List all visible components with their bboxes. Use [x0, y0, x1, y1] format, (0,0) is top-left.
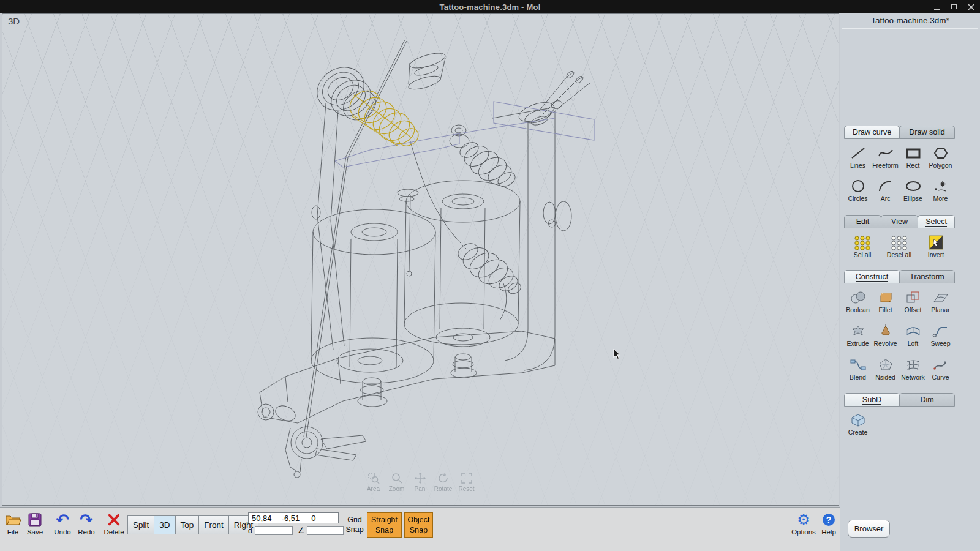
subd-tabs: SubD Dim: [844, 393, 954, 407]
tool-blend[interactable]: Blend: [844, 356, 872, 381]
redo-icon: ↷: [80, 511, 93, 528]
document-title: Tattoo-machine.3dm*: [840, 16, 980, 25]
help-button[interactable]: ? Help: [818, 511, 839, 536]
help-icon: ?: [823, 511, 835, 528]
network-icon: [905, 356, 922, 373]
rect-icon: [905, 144, 922, 162]
tool-fillet[interactable]: Fillet: [872, 289, 899, 313]
delete-button[interactable]: Delete: [102, 511, 126, 536]
zoom-button[interactable]: Zoom: [387, 472, 406, 492]
tab-draw-solid-label: Draw solid: [909, 128, 944, 137]
object-snap-button[interactable]: Object Snap: [404, 512, 433, 538]
offset-icon: [905, 289, 922, 306]
tab-construct[interactable]: Construct: [844, 270, 900, 283]
distance-input[interactable]: [255, 526, 293, 535]
sweep-icon: [932, 323, 949, 340]
fillet-icon: [877, 289, 894, 306]
save-icon: [28, 511, 42, 528]
construct-tabs: Construct Transform: [844, 270, 954, 283]
options-button[interactable]: ⚙ Options: [790, 511, 817, 536]
window-title: Tattoo-machine.3dm - MoI: [440, 2, 541, 12]
invert-selection-icon: [928, 234, 944, 251]
area-icon: [368, 472, 380, 484]
create-subd-icon: [850, 411, 867, 429]
draw-tabs: Draw curve Draw solid: [844, 126, 954, 139]
construct-tools-row-1: Boolean Fillet Offset Planar: [844, 289, 954, 313]
freeform-icon: [877, 144, 894, 162]
tool-more[interactable]: More: [927, 178, 954, 202]
minimize-button[interactable]: [932, 2, 941, 11]
tool-create[interactable]: Create: [844, 411, 872, 436]
tool-invert[interactable]: Invert: [918, 234, 954, 258]
file-button[interactable]: File: [2, 511, 23, 536]
tab-select[interactable]: Select: [918, 215, 955, 228]
tool-sweep[interactable]: Sweep: [927, 323, 954, 347]
mouse-cursor: [613, 348, 622, 361]
tool-planar[interactable]: Planar: [927, 289, 954, 313]
browser-button[interactable]: Browser: [848, 520, 890, 538]
boolean-icon: [850, 289, 867, 306]
rotate-button[interactable]: Rotate: [434, 472, 453, 492]
maximize-button[interactable]: [949, 2, 958, 11]
tab-draw-curve[interactable]: Draw curve: [844, 126, 900, 139]
tab-transform[interactable]: Transform: [899, 270, 955, 283]
tool-sel-all[interactable]: Sel all: [844, 234, 881, 258]
tool-circles[interactable]: Circles: [844, 178, 872, 202]
straight-snap-button[interactable]: Straight Snap: [367, 512, 402, 538]
tool-network[interactable]: Network: [899, 356, 927, 381]
bottom-toolbar: File Save ↶ Undo ↷ Redo Delete Split 3D …: [0, 507, 840, 551]
coordinate-z: 0: [308, 514, 338, 523]
tab-draw-solid[interactable]: Draw solid: [899, 126, 955, 139]
close-icon: [968, 4, 974, 10]
tool-nsided[interactable]: Nsided: [872, 356, 899, 381]
view-front-button[interactable]: Front: [198, 515, 229, 534]
nsided-icon: [877, 356, 894, 373]
tool-lines[interactable]: Lines: [844, 144, 872, 169]
undo-button[interactable]: ↶ Undo: [51, 511, 74, 536]
view-top-button[interactable]: Top: [175, 515, 200, 534]
viewport-nav-controls: Area Zoom Pan Rotate Reset: [364, 472, 476, 492]
reset-button[interactable]: Reset: [457, 472, 476, 492]
tool-ellipse[interactable]: Ellipse: [899, 178, 927, 202]
tool-revolve[interactable]: Revolve: [872, 323, 899, 347]
close-button[interactable]: [967, 2, 975, 11]
maximize-icon: [951, 4, 957, 9]
grid-snap-label[interactable]: Grid Snap: [343, 515, 366, 535]
select-tools-row: Sel all Desel all Invert: [844, 234, 954, 258]
tab-view[interactable]: View: [881, 215, 918, 228]
tool-offset[interactable]: Offset: [899, 289, 927, 313]
viewport-3d[interactable]: 3D Area Zoom Pan Rotate Reset: [2, 13, 839, 506]
lines-icon: [850, 144, 867, 162]
coordinate-display[interactable]: 50,84 -6,51 0: [248, 512, 339, 523]
tool-loft[interactable]: Loft: [899, 323, 927, 347]
title-bar: Tattoo-machine.3dm - MoI: [0, 0, 980, 13]
tool-polygon[interactable]: Polygon: [927, 144, 954, 169]
planar-icon: [932, 289, 949, 306]
area-button[interactable]: Area: [364, 472, 383, 492]
undo-icon: ↶: [56, 511, 69, 528]
mode-tabs: Edit View Select: [844, 215, 954, 228]
tab-subd[interactable]: SubD: [844, 393, 900, 407]
tab-dim[interactable]: Dim: [899, 393, 955, 407]
sidebar-divider: [842, 28, 978, 29]
tool-arc[interactable]: Arc: [872, 178, 899, 202]
angle-label: ∠: [298, 526, 305, 535]
zoom-label: Zoom: [389, 485, 405, 492]
redo-button[interactable]: ↷ Redo: [76, 511, 97, 536]
draw-tools-row-2: Circles Arc Ellipse More: [844, 178, 954, 202]
draw-tools-row-1: Lines Freeform Rect Polygon: [844, 144, 954, 169]
tool-rect[interactable]: Rect: [899, 144, 927, 169]
tool-desel-all[interactable]: Desel all: [881, 234, 918, 258]
blend-icon: [850, 356, 867, 373]
pan-button[interactable]: Pan: [410, 472, 429, 492]
view-split-button[interactable]: Split: [127, 515, 154, 534]
tool-boolean[interactable]: Boolean: [844, 289, 872, 313]
save-button[interactable]: Save: [24, 511, 45, 536]
view-3d-button[interactable]: 3D: [154, 515, 175, 534]
tab-edit[interactable]: Edit: [844, 215, 881, 228]
tool-freeform[interactable]: Freeform: [872, 144, 899, 169]
tool-extrude[interactable]: Extrude: [844, 323, 872, 347]
loft-icon: [905, 323, 922, 340]
tool-curve[interactable]: Curve: [927, 356, 954, 381]
angle-input[interactable]: [307, 526, 344, 535]
